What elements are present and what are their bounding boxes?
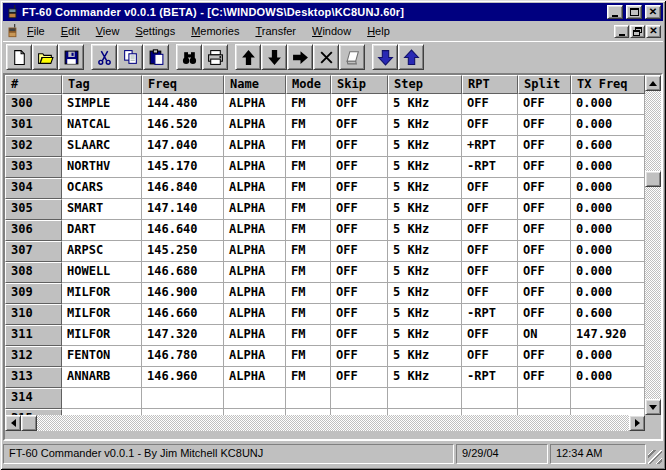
column-header-freq[interactable]: Freq — [142, 75, 224, 94]
horizontal-scrollbar[interactable] — [5, 415, 645, 431]
cell[interactable]: OFF — [462, 241, 518, 262]
cell[interactable]: OFF — [462, 262, 518, 283]
vertical-scroll-thumb[interactable] — [645, 171, 661, 187]
row-header[interactable]: 313 — [5, 367, 62, 388]
paste-button[interactable] — [143, 44, 169, 70]
cell[interactable]: ALPHA — [224, 94, 286, 115]
cell[interactable]: FM — [286, 283, 331, 304]
cell[interactable]: -RPT — [462, 367, 518, 388]
cell[interactable]: NORTHV — [62, 157, 142, 178]
column-header-tag[interactable]: Tag — [62, 75, 142, 94]
cell[interactable]: 146.840 — [142, 178, 224, 199]
cell[interactable] — [462, 388, 518, 409]
cell[interactable]: 5 KHz — [388, 325, 462, 346]
row-header[interactable]: 314 — [5, 388, 62, 409]
cell[interactable]: FM — [286, 199, 331, 220]
scroll-left-button[interactable] — [5, 415, 21, 431]
cell[interactable]: OFF — [331, 136, 388, 157]
scroll-up-button[interactable] — [645, 75, 661, 91]
cell[interactable]: FM — [286, 241, 331, 262]
cell[interactable]: ALPHA — [224, 241, 286, 262]
cell[interactable]: 147.040 — [142, 136, 224, 157]
row-header[interactable]: 306 — [5, 220, 62, 241]
cell[interactable] — [571, 388, 645, 409]
cell[interactable]: ANNARB — [62, 367, 142, 388]
column-header-split[interactable]: Split — [518, 75, 571, 94]
delete-row-button[interactable] — [313, 44, 339, 70]
cell[interactable] — [388, 388, 462, 409]
cell[interactable]: 5 KHz — [388, 262, 462, 283]
cell[interactable]: HOWELL — [62, 262, 142, 283]
cell[interactable]: SMART — [62, 199, 142, 220]
cell[interactable]: 0.600 — [571, 304, 645, 325]
column-header-name[interactable]: Name — [224, 75, 286, 94]
menu-view[interactable]: View — [88, 23, 128, 39]
column-header-skip[interactable]: Skip — [331, 75, 388, 94]
cell[interactable]: FENTON — [62, 346, 142, 367]
cell[interactable]: 146.660 — [142, 304, 224, 325]
cell[interactable]: OFF — [331, 157, 388, 178]
column-header-num[interactable]: # — [5, 75, 62, 94]
cell[interactable]: ON — [518, 325, 571, 346]
row-header[interactable]: 310 — [5, 304, 62, 325]
cell[interactable]: OFF — [331, 325, 388, 346]
cell[interactable]: 5 KHz — [388, 136, 462, 157]
cell[interactable]: OFF — [518, 178, 571, 199]
cell[interactable]: OFF — [331, 199, 388, 220]
cell[interactable]: 147.140 — [142, 199, 224, 220]
cell[interactable] — [518, 388, 571, 409]
cell[interactable]: 0.000 — [571, 262, 645, 283]
cell[interactable]: 145.250 — [142, 241, 224, 262]
cell[interactable]: -RPT — [462, 304, 518, 325]
find-button[interactable] — [176, 44, 202, 70]
column-header-tx-freq[interactable]: TX Freq — [571, 75, 645, 94]
cell[interactable] — [142, 388, 224, 409]
cell[interactable]: OFF — [518, 220, 571, 241]
cell[interactable]: ALPHA — [224, 157, 286, 178]
row-header[interactable]: 304 — [5, 178, 62, 199]
cell[interactable]: 0.000 — [571, 220, 645, 241]
cell[interactable]: OFF — [518, 94, 571, 115]
row-header[interactable]: 301 — [5, 115, 62, 136]
new-file-button[interactable] — [6, 44, 32, 70]
cell[interactable]: OFF — [518, 136, 571, 157]
cut-button[interactable] — [91, 44, 117, 70]
menu-file[interactable]: File — [19, 23, 53, 39]
cell[interactable]: 0.000 — [571, 157, 645, 178]
download-from-radio-button[interactable] — [372, 44, 398, 70]
scroll-right-button[interactable] — [629, 415, 645, 431]
cell[interactable]: ALPHA — [224, 283, 286, 304]
cell[interactable]: FM — [286, 157, 331, 178]
cell[interactable]: 5 KHz — [388, 283, 462, 304]
cell[interactable]: OFF — [331, 220, 388, 241]
move-right-button[interactable] — [287, 44, 313, 70]
cell[interactable]: OFF — [462, 94, 518, 115]
cell[interactable]: 0.000 — [571, 283, 645, 304]
cell[interactable]: 146.960 — [142, 367, 224, 388]
cell[interactable]: OFF — [462, 283, 518, 304]
upload-to-radio-button[interactable] — [398, 44, 424, 70]
cell[interactable]: 5 KHz — [388, 115, 462, 136]
minimize-button[interactable] — [607, 5, 623, 19]
cell[interactable]: NATCAL — [62, 115, 142, 136]
mdi-minimize-button[interactable] — [614, 25, 629, 38]
cell[interactable]: OFF — [518, 241, 571, 262]
cell[interactable]: ALPHA — [224, 220, 286, 241]
menu-memories[interactable]: Memories — [183, 23, 247, 39]
cell[interactable]: OFF — [331, 178, 388, 199]
cell[interactable]: FM — [286, 220, 331, 241]
cell[interactable]: OFF — [518, 346, 571, 367]
row-header[interactable]: 309 — [5, 283, 62, 304]
cell[interactable]: ALPHA — [224, 199, 286, 220]
cell[interactable]: OFF — [462, 115, 518, 136]
row-header[interactable]: 311 — [5, 325, 62, 346]
cell[interactable]: 5 KHz — [388, 220, 462, 241]
cell[interactable]: 0.600 — [571, 136, 645, 157]
cell[interactable]: 147.320 — [142, 325, 224, 346]
cell[interactable]: 144.480 — [142, 94, 224, 115]
copy-button[interactable] — [117, 44, 143, 70]
cell[interactable]: OFF — [462, 220, 518, 241]
cell[interactable]: OFF — [462, 178, 518, 199]
cell[interactable]: MILFOR — [62, 304, 142, 325]
cell[interactable]: FM — [286, 325, 331, 346]
